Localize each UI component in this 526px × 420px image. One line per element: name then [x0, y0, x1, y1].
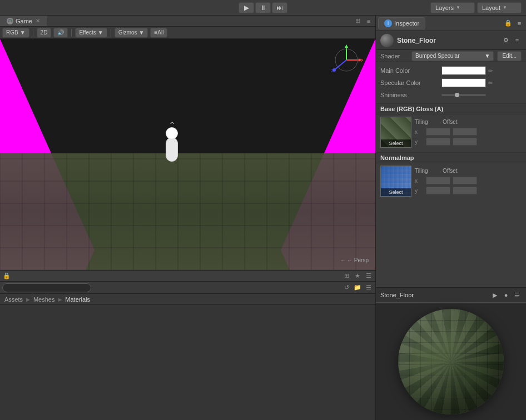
- base-offset-x[interactable]: 0: [453, 128, 477, 136]
- char-arrow-up: ⌃: [168, 120, 176, 131]
- preview-options-icon[interactable]: ☰: [513, 291, 522, 299]
- preview-dot-icon[interactable]: ●: [502, 291, 510, 299]
- top-toolbar: ▶ ⏸ ⏭ Layers ▼ Layout ▼: [0, 0, 526, 16]
- character: ⌃: [164, 127, 180, 162]
- base-texture-select-btn[interactable]: Select: [381, 139, 411, 147]
- shader-dropdown[interactable]: Bumped Specular ▼: [411, 51, 494, 61]
- pause-button[interactable]: ⏸: [255, 2, 271, 13]
- layers-dropdown[interactable]: Layers ▼: [430, 2, 475, 13]
- preview-play-icon[interactable]: ▶: [490, 291, 499, 299]
- breadcrumb-sep-2: ►: [57, 296, 63, 303]
- step-button[interactable]: ⏭: [272, 2, 287, 13]
- svg-text:Y: Y: [345, 43, 348, 44]
- twod-btn[interactable]: 2D: [37, 28, 52, 38]
- bottom-panel: 🔒 ⊞ ★ ☰ ↺ 📁 ☰ Assets ► Meshes ►: [0, 270, 375, 420]
- base-x-label: x: [415, 129, 426, 135]
- shader-dropdown-arrow: ▼: [485, 53, 490, 59]
- preview-section: Stone_Floor ▶ ● ☰: [376, 287, 526, 420]
- tab-menu-icon[interactable]: ⊞: [353, 17, 362, 26]
- tiling-label: Tiling: [415, 119, 437, 125]
- bottom-tab: 🔒: [2, 271, 11, 281]
- layout-dropdown[interactable]: Layout ▼: [477, 2, 522, 13]
- shader-edit-btn[interactable]: Edit...: [497, 51, 522, 61]
- base-tiling-x[interactable]: 2: [426, 128, 450, 136]
- normal-y-label: y: [415, 188, 426, 194]
- all-btn[interactable]: ≡All: [150, 28, 167, 38]
- inspector-tab-icons: 🔒 ≡: [504, 19, 524, 28]
- persp-arrow: ←: [340, 257, 346, 263]
- normalmap-header: Normalmap: [376, 152, 526, 163]
- normal-tiling-x[interactable]: 2: [426, 177, 450, 184]
- inspector-tab[interactable]: i Inspector: [378, 17, 425, 29]
- inspector-lock-icon[interactable]: 🔒: [504, 19, 513, 28]
- bottom-icon-3[interactable]: ☰: [364, 272, 373, 281]
- base-offset-y[interactable]: 0: [453, 138, 477, 146]
- base-tiling-y[interactable]: 2: [426, 138, 450, 146]
- tab-options-icon[interactable]: ≡: [364, 17, 373, 26]
- twod-label: 2D: [41, 29, 48, 36]
- normalmap-content: Select Tiling Offset x 2 0 y: [376, 163, 526, 199]
- main-color-label: Main Color: [380, 67, 441, 74]
- normal-y-row: y 2 0: [415, 186, 522, 196]
- normalmap-thumb[interactable]: Select: [380, 166, 411, 197]
- shader-label: Shader: [380, 53, 408, 59]
- shader-row: Shader Bumped Specular ▼ Edit...: [376, 50, 526, 62]
- breadcrumb-meshes[interactable]: Meshes: [33, 296, 55, 303]
- svg-line-4: [334, 60, 346, 70]
- char-body: [166, 137, 178, 162]
- tab-close-icon[interactable]: ✕: [36, 18, 40, 24]
- playback-controls: ▶ ⏸ ⏭: [239, 2, 287, 13]
- normalmap-title: Normalmap: [380, 154, 414, 161]
- gizmo: Y X Z: [330, 43, 369, 82]
- normal-tiling-y[interactable]: 2: [426, 187, 450, 194]
- base-texture-thumb[interactable]: Select: [380, 117, 411, 148]
- main-color-swatch[interactable]: [441, 66, 486, 75]
- inspector-tab-label: Inspector: [394, 20, 419, 27]
- normal-offset-y[interactable]: 0: [453, 187, 477, 194]
- persp-label: ← ← Persp: [340, 257, 369, 263]
- shininess-row: Shininess: [376, 89, 526, 101]
- main-color-edit-icon[interactable]: ✏: [488, 68, 493, 74]
- search-input[interactable]: [2, 283, 91, 292]
- base-texture-title: Base (RGB) Gloss (A): [380, 106, 443, 112]
- gizmos-dropdown[interactable]: Gizmos ▼: [115, 28, 148, 38]
- specular-color-edit-icon[interactable]: ✏: [488, 80, 493, 86]
- gizmo-svg: Y X Z: [330, 43, 363, 77]
- normal-tiling-label: Tiling: [415, 168, 437, 174]
- specular-color-row: Specular Color ✏: [376, 77, 526, 89]
- breadcrumb-materials[interactable]: Materials: [65, 296, 90, 303]
- settings-icon[interactable]: ☰: [364, 283, 373, 292]
- inspector-menu-icon[interactable]: ≡: [515, 19, 524, 28]
- refresh-icon[interactable]: ↺: [342, 283, 351, 292]
- sound-btn[interactable]: 🔊: [53, 28, 68, 38]
- specular-color-swatch[interactable]: [441, 78, 486, 87]
- material-settings-icon[interactable]: ⚙: [502, 36, 510, 45]
- bottom-content: [0, 305, 375, 420]
- svg-text:Z: Z: [331, 68, 334, 73]
- material-options-icon[interactable]: ≡: [513, 36, 522, 45]
- material-header: Stone_Floor ⚙ ≡: [376, 31, 526, 50]
- game-tab[interactable]: 🎮 Game ✕: [0, 16, 47, 26]
- persp-text: ← Persp: [347, 257, 369, 263]
- breadcrumb-assets[interactable]: Assets: [4, 296, 23, 303]
- folder-icon[interactable]: 📁: [353, 283, 362, 292]
- effects-dropdown[interactable]: Effects ▼: [75, 28, 107, 38]
- game-viewport[interactable]: ⌃ Y: [0, 39, 375, 270]
- normal-offset-label: Offset: [443, 168, 476, 174]
- toolbar-sep-3: [111, 29, 111, 37]
- inspector-content: Main Color ✏ Specular Color ✏ Shininess: [376, 62, 526, 287]
- effects-arrow: ▼: [98, 29, 103, 36]
- normal-offset-x[interactable]: 0: [453, 177, 477, 184]
- normalmap-select-btn[interactable]: Select: [381, 188, 411, 196]
- bottom-icon-2[interactable]: ★: [353, 272, 362, 281]
- toolbar-sep-2: [71, 29, 72, 37]
- inspector-icon: i: [384, 19, 392, 27]
- shininess-thumb: [455, 93, 459, 97]
- material-icon: [380, 34, 394, 47]
- shininess-slider[interactable]: [441, 94, 486, 96]
- bottom-icon-1[interactable]: ⊞: [342, 272, 351, 281]
- material-sphere: [398, 309, 504, 414]
- bottom-toolbar: ↺ 📁 ☰: [0, 282, 375, 294]
- play-button[interactable]: ▶: [239, 2, 254, 13]
- display-dropdown[interactable]: RGB ▼: [2, 28, 29, 38]
